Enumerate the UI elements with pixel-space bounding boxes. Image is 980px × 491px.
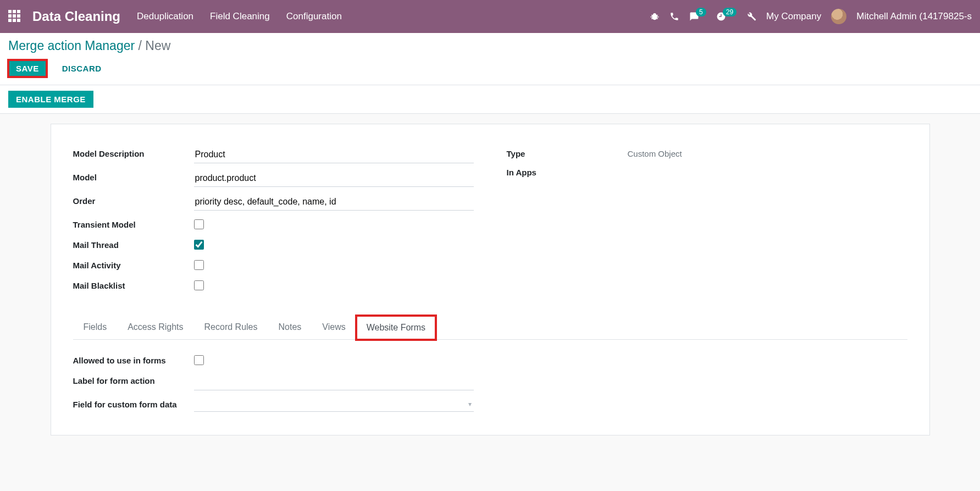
phone-icon[interactable]	[669, 12, 679, 21]
breadcrumb: Merge action Manager / New	[8, 38, 972, 53]
apps-icon[interactable]	[8, 10, 21, 23]
nav-deduplication[interactable]: Deduplication	[137, 11, 193, 22]
label-model-description: Model Description	[73, 146, 194, 158]
input-model[interactable]	[194, 170, 474, 187]
tools-icon[interactable]	[746, 12, 756, 21]
label-mail-thread: Mail Thread	[73, 238, 194, 250]
systray: 5 29 My Company Mitchell Admin (14179825…	[650, 9, 972, 24]
user-name[interactable]: Mitchell Admin (14179825-s	[856, 11, 972, 22]
control-panel-buttons: SAVE DISCARD	[8, 60, 972, 77]
checkbox-mail-activity[interactable]	[194, 260, 204, 270]
topbar: Data Cleaning Deduplication Field Cleani…	[0, 0, 980, 33]
nav-field-cleaning[interactable]: Field Cleaning	[210, 11, 270, 22]
label-field-custom-data: Field for custom form data	[73, 397, 194, 409]
status-bar: ENABLE MERGE	[0, 85, 980, 114]
label-allowed-in-forms: Allowed to use in forms	[73, 353, 194, 365]
label-order: Order	[73, 194, 194, 206]
top-nav: Deduplication Field Cleaning Configurati…	[137, 11, 342, 22]
label-model: Model	[73, 170, 194, 182]
label-mail-blacklist: Mail Blacklist	[73, 278, 194, 290]
value-in-apps	[628, 165, 907, 168]
label-form-action: Label for form action	[73, 373, 194, 385]
select-field-custom-data[interactable]	[194, 397, 474, 412]
tab-fields[interactable]: Fields	[73, 315, 118, 339]
form-wrapper: Model Description Model Order Transient …	[0, 114, 980, 435]
checkbox-allowed-in-forms[interactable]	[194, 355, 204, 365]
label-type: Type	[507, 146, 628, 158]
label-transient-model: Transient Model	[73, 217, 194, 229]
nav-configuration[interactable]: Configuration	[286, 11, 342, 22]
tab-record-rules[interactable]: Record Rules	[194, 315, 268, 339]
activities-icon[interactable]: 29	[716, 12, 737, 21]
messages-badge: 5	[696, 8, 706, 16]
save-button[interactable]: SAVE	[8, 60, 47, 77]
messages-icon[interactable]: 5	[689, 12, 706, 21]
activities-badge: 29	[723, 8, 737, 16]
input-model-description[interactable]	[194, 146, 474, 163]
checkbox-transient-model[interactable]	[194, 219, 204, 229]
user-avatar[interactable]	[831, 9, 846, 24]
input-order[interactable]	[194, 194, 474, 211]
enable-merge-button[interactable]: ENABLE MERGE	[8, 91, 93, 108]
form-sheet: Model Description Model Order Transient …	[51, 124, 930, 435]
input-label-form-action[interactable]	[194, 373, 474, 390]
control-panel: Merge action Manager / New SAVE DISCARD	[0, 33, 980, 85]
app-brand[interactable]: Data Cleaning	[32, 9, 120, 24]
tab-views[interactable]: Views	[312, 315, 356, 339]
form-left-column: Model Description Model Order Transient …	[73, 146, 474, 299]
tab-access-rights[interactable]: Access Rights	[117, 315, 193, 339]
breadcrumb-current: New	[145, 38, 170, 53]
checkbox-mail-thread[interactable]	[194, 240, 204, 250]
company-name[interactable]: My Company	[766, 11, 821, 22]
label-in-apps: In Apps	[507, 165, 628, 177]
breadcrumb-root[interactable]: Merge action Manager	[8, 38, 135, 53]
checkbox-mail-blacklist[interactable]	[194, 280, 204, 290]
form-right-column: Type Custom Object In Apps	[507, 146, 907, 299]
tab-notes[interactable]: Notes	[268, 315, 312, 339]
discard-button[interactable]: DISCARD	[54, 60, 109, 77]
label-mail-activity: Mail Activity	[73, 258, 194, 270]
tab-website-forms[interactable]: Website Forms	[356, 316, 436, 340]
value-type: Custom Object	[628, 146, 907, 158]
debug-icon[interactable]	[650, 12, 660, 21]
tabs: Fields Access Rights Record Rules Notes …	[73, 315, 907, 340]
tab-content-website-forms: Allowed to use in forms Label for form a…	[73, 340, 907, 418]
